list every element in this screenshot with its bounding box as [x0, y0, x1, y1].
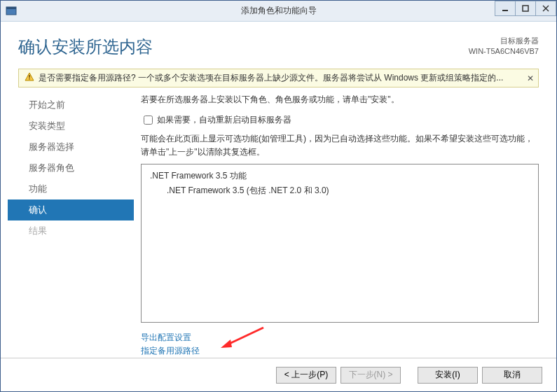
- alternate-path-link[interactable]: 指定备用源路径: [141, 344, 539, 358]
- app-icon: [6, 6, 17, 17]
- features-listbox: .NET Framework 3.5 功能 .NET Framework 3.5…: [141, 164, 539, 323]
- maximize-button[interactable]: [515, 1, 536, 16]
- warning-text: 是否需要指定备用源路径? 一个或多个安装选项在目标服务器上缺少源文件。服务器将尝…: [39, 72, 503, 84]
- target-label: 目标服务器: [469, 36, 539, 46]
- titlebar: 添加角色和功能向导: [1, 1, 556, 22]
- sidebar-item-install-type[interactable]: 安装类型: [8, 115, 134, 136]
- window-controls: [495, 1, 556, 16]
- svg-line-9: [226, 328, 263, 345]
- target-value: WIN-T5A6CN46VB7: [469, 46, 539, 57]
- footer: < 上一步(P) 下一步(N) > 安装(I) 取消: [1, 358, 556, 391]
- main-content: 若要在所选服务器上安装以下角色、角色服务或功能，请单击"安装"。 如果需要，自动…: [134, 93, 556, 358]
- restart-checkbox-row: 如果需要，自动重新启动目标服务器: [141, 113, 539, 127]
- next-button: 下一步(N) >: [341, 367, 401, 384]
- export-config-link[interactable]: 导出配置设置: [141, 331, 539, 344]
- window-title: 添加角色和功能向导: [1, 5, 556, 17]
- links: 导出配置设置 指定备用源路径: [141, 331, 539, 358]
- sidebar: 开始之前 安装类型 服务器选择 服务器角色 功能 确认 结果: [8, 93, 134, 358]
- target-server: 目标服务器 WIN-T5A6CN46VB7: [469, 36, 539, 57]
- body: 开始之前 安装类型 服务器选择 服务器角色 功能 确认 结果 若要在所选服务器上…: [1, 93, 556, 358]
- svg-marker-10: [221, 340, 232, 348]
- wizard-window: 添加角色和功能向导 确认安装所选内容 目标服务器 WIN-T5A6CN46VB7…: [0, 0, 557, 392]
- warning-icon: [25, 72, 34, 84]
- svg-rect-8: [29, 78, 29, 79]
- svg-rect-2: [502, 10, 508, 11]
- instruction-line1: 若要在所选服务器上安装以下角色、角色服务或功能，请单击"安装"。: [141, 93, 539, 106]
- close-button[interactable]: [535, 1, 556, 16]
- warning-bar: 是否需要指定备用源路径? 一个或多个安装选项在目标服务器上缺少源文件。服务器将尝…: [18, 69, 539, 88]
- sidebar-item-server-roles[interactable]: 服务器角色: [8, 158, 134, 178]
- header: 确认安装所选内容 目标服务器 WIN-T5A6CN46VB7: [1, 22, 556, 65]
- restart-checkbox-label: 如果需要，自动重新启动目标服务器: [157, 114, 291, 126]
- feature-child: .NET Framework 3.5 (包括 .NET 2.0 和 3.0): [167, 185, 530, 197]
- sidebar-item-server-select[interactable]: 服务器选择: [8, 136, 134, 158]
- restart-checkbox[interactable]: [144, 115, 153, 125]
- page-heading: 确认安装所选内容: [18, 36, 153, 58]
- annotation-arrow-icon: [218, 324, 267, 352]
- sidebar-item-confirm[interactable]: 确认: [8, 200, 134, 220]
- minimize-button[interactable]: [495, 1, 516, 16]
- previous-button[interactable]: < 上一步(P): [276, 367, 336, 384]
- svg-rect-3: [523, 6, 528, 11]
- cancel-button[interactable]: 取消: [482, 367, 542, 384]
- sidebar-item-before[interactable]: 开始之前: [8, 94, 134, 115]
- sidebar-item-features[interactable]: 功能: [8, 178, 134, 200]
- svg-rect-1: [6, 7, 16, 9]
- install-button[interactable]: 安装(I): [418, 367, 478, 384]
- svg-rect-7: [29, 75, 29, 78]
- instruction-line2: 可能会在此页面上显示可选功能(如管理工具)，因为已自动选择这些功能。如果不希望安…: [141, 132, 539, 159]
- feature-parent: .NET Framework 3.5 功能: [150, 170, 530, 182]
- sidebar-item-results: 结果: [8, 220, 134, 241]
- warning-close-icon[interactable]: ✕: [527, 74, 534, 83]
